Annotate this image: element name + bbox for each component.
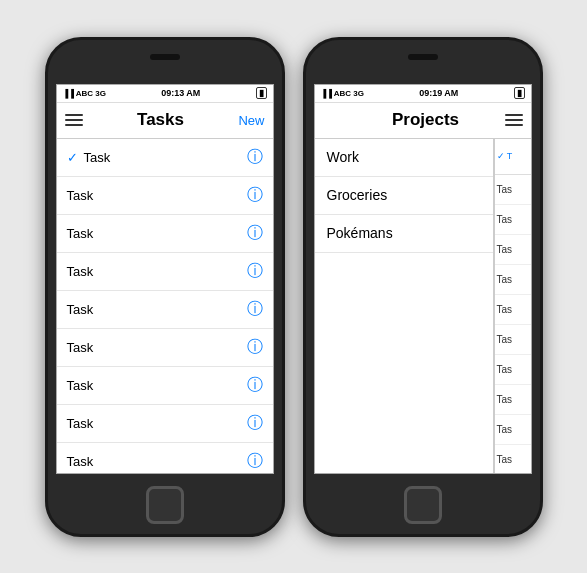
scene: ▐▐ ABC 3G 09:13 AM ▮ Tasks New <box>25 17 563 557</box>
task-item-7[interactable]: Task ⓘ <box>57 405 273 443</box>
new-button[interactable]: New <box>238 113 264 128</box>
hamburger-icon[interactable] <box>65 114 83 126</box>
task-arrow-7[interactable]: ⓘ <box>247 413 263 434</box>
task-label-0: Task <box>84 150 111 165</box>
task-label-2: Task <box>67 226 94 241</box>
project-item-2[interactable]: Pokémans <box>315 215 493 253</box>
phone-2: ▐▐ ABC 3G 09:19 AM ▮ Projects <box>303 37 543 537</box>
phone-2-battery: ▮ <box>514 87 525 99</box>
task-label-8: Task <box>67 454 94 469</box>
project-label-2: Pokémans <box>327 225 393 241</box>
phone-2-time: 09:19 AM <box>419 88 458 98</box>
phone-1-nav-bar: Tasks New <box>57 103 273 139</box>
phone-1-home-button[interactable] <box>146 486 184 524</box>
project-label-1: Groceries <box>327 187 388 203</box>
task-label-5: Task <box>67 340 94 355</box>
phone-2-home-button[interactable] <box>404 486 442 524</box>
phone-1-battery: ▮ <box>256 87 267 99</box>
task-item-2[interactable]: Task ⓘ <box>57 215 273 253</box>
task-item-6[interactable]: Task ⓘ <box>57 367 273 405</box>
phone-1-screen: ▐▐ ABC 3G 09:13 AM ▮ Tasks New <box>56 84 274 474</box>
phone-2-hamburger-icon[interactable] <box>505 114 523 126</box>
task-arrow-8[interactable]: ⓘ <box>247 451 263 472</box>
task-label-3: Task <box>67 264 94 279</box>
phone-2-status-bar: ▐▐ ABC 3G 09:19 AM ▮ <box>315 85 531 103</box>
task-label-4: Task <box>67 302 94 317</box>
task-item-4[interactable]: Task ⓘ <box>57 291 273 329</box>
phone-2-nav-title: Projects <box>392 110 459 130</box>
phone-2-nav-bar: Projects <box>315 103 531 139</box>
task-arrow-4[interactable]: ⓘ <box>247 299 263 320</box>
project-list: Work Groceries Pokémans <box>315 139 495 473</box>
phone-1: ▐▐ ABC 3G 09:13 AM ▮ Tasks New <box>45 37 285 537</box>
task-arrow-3[interactable]: ⓘ <box>247 261 263 282</box>
task-item-5[interactable]: Task ⓘ <box>57 329 273 367</box>
task-item-3[interactable]: Task ⓘ <box>57 253 273 291</box>
phone-1-status-bar: ▐▐ ABC 3G 09:13 AM ▮ <box>57 85 273 103</box>
task-item-0[interactable]: ✓ Task ⓘ <box>57 139 273 177</box>
phone-1-task-list: ✓ Task ⓘ Task ⓘ Task ⓘ Task ⓘ <box>57 139 273 473</box>
phone-2-screen: ▐▐ ABC 3G 09:19 AM ▮ Projects <box>314 84 532 474</box>
phone-2-task-overlay: ✓ T Tas Tas Tas Tas Tas Tas Tas Tas Tas … <box>495 139 531 473</box>
project-item-0[interactable]: Work <box>315 139 493 177</box>
project-item-1[interactable]: Groceries <box>315 177 493 215</box>
phone-2-content: Work Groceries Pokémans ✓ T <box>315 139 531 473</box>
phone-1-nav-title: Tasks <box>137 110 184 130</box>
task-label-6: Task <box>67 378 94 393</box>
task-arrow-5[interactable]: ⓘ <box>247 337 263 358</box>
task-checkmark-0: ✓ <box>67 150 78 165</box>
task-item-8[interactable]: Task ⓘ <box>57 443 273 473</box>
task-arrow-1[interactable]: ⓘ <box>247 185 263 206</box>
overlay-task-rows: Tas Tas Tas Tas Tas Tas Tas Tas Tas Tas <box>495 175 531 473</box>
phone-1-signal: ▐▐ ABC 3G <box>63 89 107 98</box>
task-label-7: Task <box>67 416 94 431</box>
phone-1-time: 09:13 AM <box>161 88 200 98</box>
task-arrow-2[interactable]: ⓘ <box>247 223 263 244</box>
project-label-0: Work <box>327 149 359 165</box>
task-arrow-6[interactable]: ⓘ <box>247 375 263 396</box>
phone-2-signal: ▐▐ ABC 3G <box>321 89 365 98</box>
task-arrow-0[interactable]: ⓘ <box>247 147 263 168</box>
task-label-1: Task <box>67 188 94 203</box>
task-item-1[interactable]: Task ⓘ <box>57 177 273 215</box>
